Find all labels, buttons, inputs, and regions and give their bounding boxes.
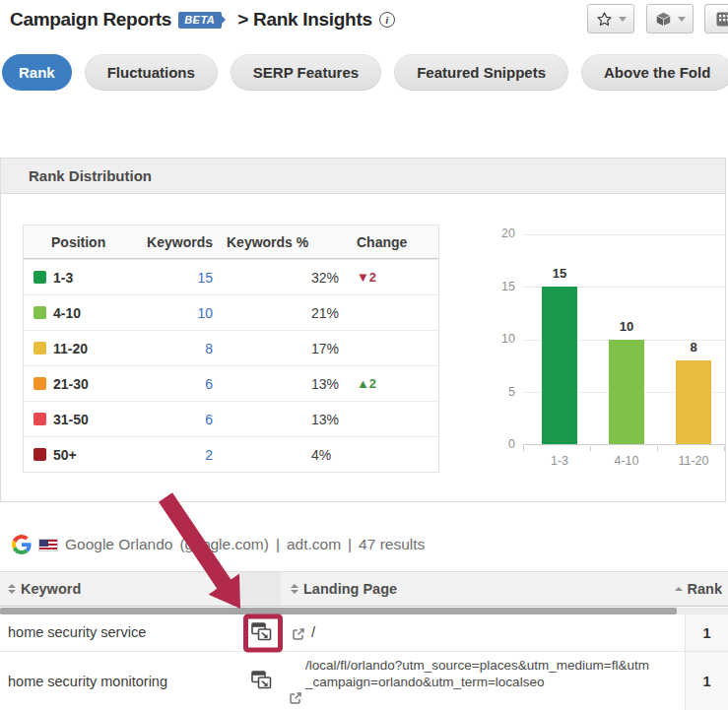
color-swatch	[33, 342, 46, 355]
percent-label: 32%	[303, 270, 355, 286]
keyword-table-header: Keyword Landing Page Rank	[0, 571, 728, 607]
chart-bar[interactable]: 10	[609, 340, 644, 445]
beta-badge: BETA	[178, 12, 222, 29]
table-row: 4-10 10 21%	[24, 294, 438, 330]
y-tick-label: 5	[482, 385, 515, 399]
column-change: Change	[355, 234, 432, 250]
table-row: 31-50 6 13%	[24, 401, 438, 436]
position-range: 11-20	[53, 341, 142, 356]
x-tick-label: 11-20	[664, 454, 723, 468]
rank-distribution-panel: Rank Distribution Position Keywords Keyw…	[0, 158, 726, 502]
keywords-count-link[interactable]: 15	[142, 270, 213, 286]
sort-icon	[8, 584, 16, 594]
cube-icon	[655, 11, 672, 28]
serp-preview-icon[interactable]	[251, 622, 274, 646]
bar-value-label: 10	[609, 319, 644, 334]
percent-label: 13%	[303, 376, 355, 392]
chart-bar[interactable]: 8	[676, 360, 711, 444]
external-link-icon[interactable]	[292, 627, 305, 644]
color-swatch	[33, 413, 46, 425]
export-button[interactable]	[646, 4, 694, 33]
column-keywords-pct: Keywords %	[213, 234, 355, 250]
percent-label: 4%	[303, 447, 355, 463]
color-swatch	[33, 448, 46, 461]
chevron-down-icon	[619, 17, 627, 22]
percent-label: 21%	[303, 305, 355, 321]
tab-featured-snippets[interactable]: Featured Snippets	[394, 54, 568, 91]
keywords-count-link[interactable]: 6	[142, 412, 213, 427]
info-icon[interactable]: i	[379, 12, 395, 28]
star-icon	[596, 11, 613, 28]
color-swatch	[33, 306, 46, 319]
results-info-bar: Google Orlando (google.com) | adt.com | …	[12, 535, 425, 554]
position-range: 21-30	[53, 376, 142, 392]
y-tick-label: 10	[482, 332, 515, 346]
favorite-button[interactable]	[587, 4, 634, 33]
keyword-cell: home security service	[8, 624, 146, 640]
report-tabs: Rank Fluctuations SERP Features Featured…	[2, 54, 728, 91]
position-range: 50+	[53, 447, 142, 463]
panel-title: Rank Distribution	[1, 159, 725, 194]
rank-distribution-table: Position Keywords Keywords % Change 1-3 …	[23, 225, 439, 473]
horizontal-scrollbar[interactable]	[0, 608, 728, 614]
table-row: home security monitoring /local/fl/orlan…	[0, 652, 728, 710]
color-swatch	[33, 271, 46, 284]
column-rank[interactable]: Rank	[675, 572, 722, 606]
column-landing-page[interactable]: Landing Page	[291, 572, 397, 606]
tab-serp-features[interactable]: SERP Features	[231, 54, 381, 91]
x-tick-label: 1-3	[530, 454, 589, 468]
landing-page-cell[interactable]: /local/fl/orlando?utm_source=places&utm_…	[305, 657, 650, 690]
breadcrumb: Campaign Reports BETA > Rank Insights i	[10, 9, 395, 31]
app-header: Campaign Reports BETA > Rank Insights i	[0, 0, 728, 45]
sort-asc-icon	[675, 587, 683, 591]
tab-fluctuations[interactable]: Fluctuations	[85, 54, 218, 91]
change-badge: ▲2	[355, 376, 432, 391]
tab-rank[interactable]: Rank	[2, 54, 72, 91]
position-range: 4-10	[53, 305, 142, 321]
table-row: home security service / 1	[0, 614, 728, 652]
breadcrumb-current: > Rank Insights	[237, 9, 371, 31]
scrollbar-thumb[interactable]	[0, 608, 677, 614]
apps-button[interactable]	[704, 4, 728, 33]
keywords-count-link[interactable]: 2	[142, 447, 213, 463]
project-domain: adt.com	[287, 536, 341, 553]
search-engine-label: Google Orlando	[65, 536, 172, 553]
serp-preview-icon[interactable]	[251, 671, 274, 694]
percent-label: 17%	[303, 341, 355, 356]
rank-distribution-chart: 20 15 10 5 0 15 10 8 1-3 4-10 11-20	[523, 234, 726, 445]
google-logo-icon	[12, 535, 32, 554]
x-tick-label: 4-10	[597, 454, 656, 468]
chart-bar[interactable]: 15	[542, 287, 577, 444]
icon-column-shade	[241, 572, 281, 606]
separator: |	[276, 536, 280, 553]
y-tick-label: 20	[482, 226, 515, 240]
color-swatch	[33, 377, 46, 390]
column-keyword[interactable]: Keyword	[8, 572, 81, 606]
tab-above-the-fold[interactable]: Above the Fold	[581, 54, 728, 91]
keyword-cell: home security monitoring	[8, 674, 167, 689]
percent-label: 13%	[303, 412, 355, 427]
y-tick-label: 0	[482, 437, 515, 451]
rank-insights-page: Campaign Reports BETA > Rank Insights i	[0, 0, 728, 710]
results-count: 47 results	[359, 536, 425, 553]
position-range: 1-3	[53, 270, 142, 286]
us-flag-icon	[38, 539, 58, 551]
distribution-header-row: Position Keywords Keywords % Change	[24, 226, 438, 259]
y-tick-label: 15	[482, 280, 515, 293]
separator: |	[348, 536, 352, 553]
keywords-count-link[interactable]: 6	[142, 376, 213, 392]
change-badge: ▼2	[355, 270, 432, 285]
apps-grid-icon	[716, 12, 728, 27]
search-engine-domain: (google.com)	[179, 536, 268, 553]
bar-value-label: 15	[542, 266, 577, 281]
keywords-count-link[interactable]: 10	[142, 305, 213, 321]
bar-value-label: 8	[676, 340, 711, 355]
column-keywords: Keywords	[142, 234, 213, 250]
keywords-count-link[interactable]: 8	[142, 341, 213, 356]
landing-page-cell[interactable]: /	[311, 624, 315, 640]
external-link-icon[interactable]	[289, 691, 302, 708]
page-title: Campaign Reports	[10, 9, 171, 31]
position-range: 31-50	[53, 412, 142, 427]
column-position: Position	[33, 234, 142, 250]
rank-cell: 1	[685, 652, 728, 710]
